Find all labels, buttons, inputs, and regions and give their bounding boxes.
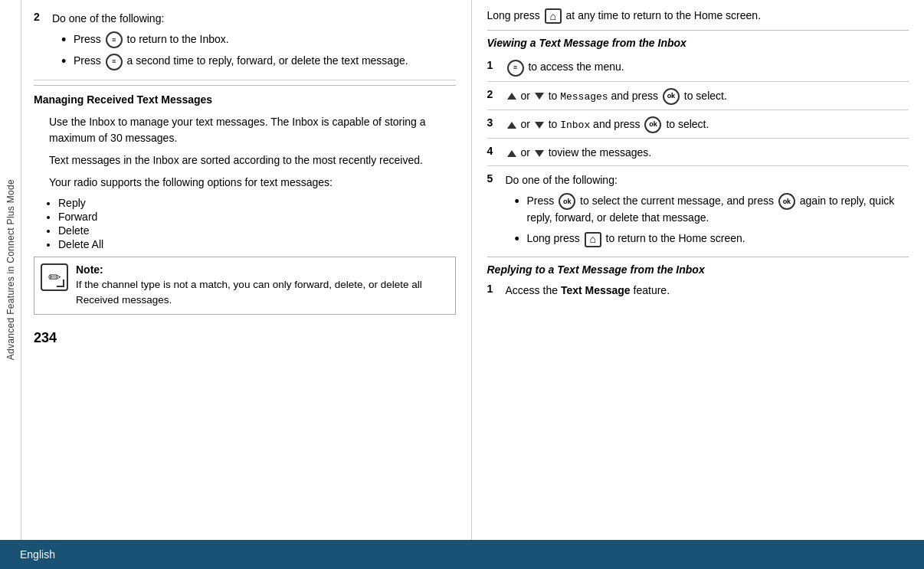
right-step-3-press: and press bbox=[593, 118, 643, 130]
divider-right-1 bbox=[487, 30, 909, 31]
home-icon bbox=[545, 8, 562, 24]
right-step-2-content: or to Messages and press ok to select. bbox=[506, 88, 909, 105]
bullet-dot-1: • bbox=[61, 33, 69, 47]
right-step-2-text: or bbox=[520, 90, 532, 102]
step-2-number: 2 bbox=[34, 11, 52, 23]
right2-step-1-row: 1 Access the Text Message feature. bbox=[487, 283, 909, 299]
right-step-3-or: or bbox=[520, 118, 532, 130]
right-bullet-dot-2: • bbox=[515, 232, 523, 246]
right2-step-1-content: Access the Text Message feature. bbox=[506, 283, 909, 299]
right-step-3-select: to select. bbox=[666, 118, 709, 130]
content-area: 2 Do one of the following: • Press ≡ to … bbox=[21, 0, 924, 540]
ok-icon-2: ok bbox=[663, 88, 680, 105]
arrow-down-icon-3 bbox=[535, 122, 544, 129]
arrow-up-icon-2 bbox=[507, 93, 516, 100]
note-icon: ✏ bbox=[41, 263, 68, 291]
page-number-area: 234 bbox=[34, 330, 456, 346]
home-icon-5 bbox=[585, 232, 601, 247]
right-step-4: 4 or toview the messages. bbox=[487, 142, 909, 166]
right-step-1: 1 ≡ to access the menu. bbox=[487, 56, 909, 81]
long-press-label: Long press bbox=[487, 9, 543, 21]
right-step-3-to: to bbox=[549, 118, 561, 130]
right2-step-1-bold: Text Message bbox=[561, 284, 631, 296]
right-step-5-content: Do one of the following: • Press ok to s… bbox=[506, 172, 909, 252]
step-2-intro: Do one of the following: bbox=[52, 12, 164, 25]
note-title: Note: bbox=[76, 263, 103, 276]
menu-icon-r1: ≡ bbox=[507, 60, 524, 77]
right-step-2: 2 or to Messages and press ok to select. bbox=[487, 85, 909, 110]
inbox-mono: Inbox bbox=[560, 119, 590, 131]
right-sub-bullet-2-content: Long press to return to the Home screen. bbox=[527, 231, 909, 247]
right-step-4-content: or toview the messages. bbox=[506, 145, 909, 161]
page-number: 234 bbox=[34, 330, 57, 345]
right-step-3: 3 or to Inbox and press ok to select. bbox=[487, 113, 909, 139]
right-step-3-content: or to Inbox and press ok to select. bbox=[506, 116, 909, 133]
divider-right-2 bbox=[487, 257, 909, 257]
right-step-2-to: to bbox=[549, 90, 561, 102]
right-sub-bullet-1: • Press ok to select the current message… bbox=[506, 193, 909, 226]
step-2-content: Do one of the following: • Press ≡ to re… bbox=[52, 11, 456, 75]
note-box: ✏ Note: If the channel type is not a mat… bbox=[34, 257, 456, 316]
para3: Your radio supports the following option… bbox=[49, 175, 456, 191]
long-press-intro: Long press at any time to return to the … bbox=[487, 8, 909, 24]
right-step-4-number: 4 bbox=[487, 145, 506, 157]
section2-heading: Replying to a Text Message from the Inbo… bbox=[487, 262, 909, 278]
right2-step-1-pre: Access the bbox=[506, 284, 558, 296]
right-step-2-press: and press bbox=[611, 90, 661, 102]
sidebar: Advanced Features in Connect Plus Mode bbox=[0, 0, 21, 540]
step-2-row: 2 Do one of the following: • Press ≡ to … bbox=[34, 8, 456, 80]
right-step-2-number: 2 bbox=[487, 88, 506, 100]
right-sub-bullet-1-content: Press ok to select the current message, … bbox=[527, 193, 909, 226]
right-step-4-or: or bbox=[520, 146, 532, 159]
section-heading: Managing Received Text Messages bbox=[34, 92, 456, 108]
note-content: Note: If the channel type is not a match… bbox=[76, 263, 449, 309]
right-step-1-content: ≡ to access the menu. bbox=[506, 59, 909, 76]
ok-icon-3: ok bbox=[644, 116, 661, 133]
right-step-5-row: 5 Do one of the following: • Press ok to… bbox=[487, 169, 909, 252]
menu-icon-1: ≡ bbox=[106, 31, 123, 48]
option-delete: Delete bbox=[58, 224, 456, 237]
sidebar-label: Advanced Features in Connect Plus Mode bbox=[5, 179, 16, 360]
option-delete-all: Delete All bbox=[58, 238, 456, 250]
right2-step-1-number: 1 bbox=[487, 283, 506, 295]
right-bullet-dot-1: • bbox=[515, 195, 523, 208]
sub-bullet-2: • Press ≡ a second time to reply, forwar… bbox=[52, 53, 456, 70]
sub-bullet-2-content: Press ≡ a second time to reply, forward,… bbox=[74, 53, 456, 70]
messages-mono: Messages bbox=[560, 91, 608, 103]
long-press-text: at any time to return to the Home screen… bbox=[566, 9, 761, 21]
right-step-1-text: to access the menu. bbox=[528, 60, 624, 73]
right-step-2-select: to select. bbox=[684, 90, 727, 102]
sub-bullet-1: • Press ≡ to return to the Inbox. bbox=[52, 31, 456, 48]
bottom-bar: English bbox=[0, 540, 924, 569]
main-wrapper: Advanced Features in Connect Plus Mode 2… bbox=[0, 0, 924, 540]
option-forward: Forward bbox=[58, 211, 456, 223]
section1-heading: Viewing a Text Message from the Inbox bbox=[487, 35, 909, 51]
language-badge[interactable]: English bbox=[12, 545, 63, 564]
pencil-icon: ✏ bbox=[48, 268, 61, 286]
ok-icon-5b: ok bbox=[778, 193, 795, 210]
left-column: 2 Do one of the following: • Press ≡ to … bbox=[21, 0, 472, 540]
para2: Text messages in the Inbox are sorted ac… bbox=[49, 152, 456, 168]
arrow-up-icon-4 bbox=[507, 150, 516, 157]
para1: Use the Inbox to manage your text messag… bbox=[49, 114, 456, 146]
right-sub-bullet-2: • Long press to return to the Home scree… bbox=[506, 231, 909, 247]
right-column: Long press at any time to return to the … bbox=[472, 0, 925, 540]
menu-icon-2: ≡ bbox=[106, 54, 123, 70]
arrow-down-icon-2 bbox=[535, 93, 544, 100]
divider-1 bbox=[34, 85, 456, 86]
bullet-dot-2: • bbox=[61, 54, 69, 68]
right-step-5-number: 5 bbox=[487, 172, 506, 185]
note-body: If the channel type is not a match, you … bbox=[76, 277, 449, 309]
arrow-down-icon-4 bbox=[535, 150, 544, 157]
right-step-1-number: 1 bbox=[487, 59, 506, 71]
right-step-5-intro: Do one of the following: bbox=[506, 174, 618, 186]
arrow-up-icon-3 bbox=[507, 122, 516, 129]
right2-step-1-post: feature. bbox=[634, 284, 670, 296]
options-list: Reply Forward Delete Delete All bbox=[58, 197, 456, 250]
right-step-4-text: toview the messages. bbox=[549, 146, 652, 159]
option-reply: Reply bbox=[58, 197, 456, 209]
sub-bullet-1-content: Press ≡ to return to the Inbox. bbox=[74, 31, 456, 48]
ok-icon-5a: ok bbox=[559, 193, 575, 210]
right-step-3-number: 3 bbox=[487, 116, 506, 129]
